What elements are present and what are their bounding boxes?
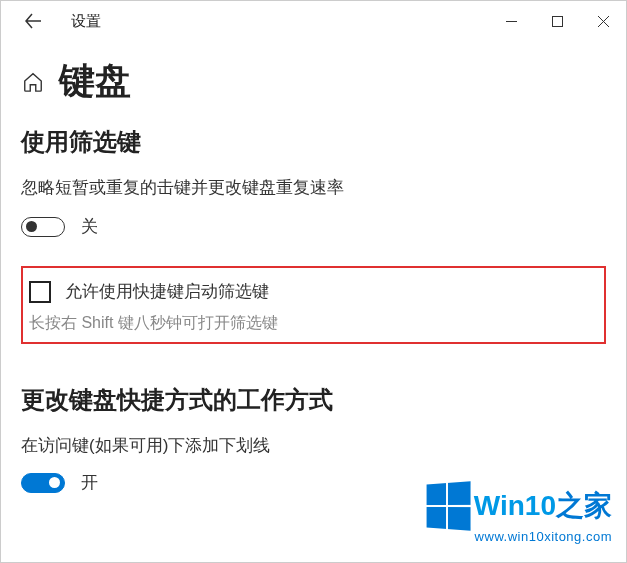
svg-rect-0: [552, 16, 562, 26]
underline-toggle-label: 开: [81, 471, 98, 494]
page-header: 键盘: [1, 41, 626, 126]
highlighted-option: 允许使用快捷键启动筛选键 长按右 Shift 键八秒钟可打开筛选键: [21, 266, 606, 344]
shortcut-enable-checkbox[interactable]: [29, 281, 51, 303]
filter-keys-toggle-label: 关: [81, 215, 98, 238]
watermark: Win10之家 www.win10xitong.com: [424, 483, 612, 544]
close-icon: [598, 16, 609, 27]
shortcut-hint: 长按右 Shift 键八秒钟可打开筛选键: [29, 313, 598, 334]
home-icon[interactable]: [21, 70, 45, 94]
windows-logo-icon: [426, 481, 470, 531]
minimize-button[interactable]: [488, 1, 534, 41]
underline-access-keys-label: 在访问键(如果可用)下添加下划线: [21, 434, 606, 457]
back-arrow-icon: [25, 13, 41, 29]
watermark-brand: Win10之家: [474, 487, 612, 525]
underline-access-keys-toggle[interactable]: [21, 473, 65, 493]
shortcuts-section-title: 更改键盘快捷方式的工作方式: [21, 384, 606, 416]
filter-keys-toggle[interactable]: [21, 217, 65, 237]
back-button[interactable]: [13, 1, 53, 41]
window-title: 设置: [71, 12, 101, 31]
shortcut-enable-label: 允许使用快捷键启动筛选键: [65, 280, 269, 303]
filter-keys-section-title: 使用筛选键: [21, 126, 606, 158]
watermark-url: www.win10xitong.com: [475, 529, 612, 544]
titlebar: 设置: [1, 1, 626, 41]
page-title: 键盘: [59, 57, 131, 106]
minimize-icon: [506, 16, 517, 27]
maximize-button[interactable]: [534, 1, 580, 41]
close-button[interactable]: [580, 1, 626, 41]
filter-keys-description: 忽略短暂或重复的击键并更改键盘重复速率: [21, 176, 606, 199]
maximize-icon: [552, 16, 563, 27]
window-controls: [488, 1, 626, 41]
